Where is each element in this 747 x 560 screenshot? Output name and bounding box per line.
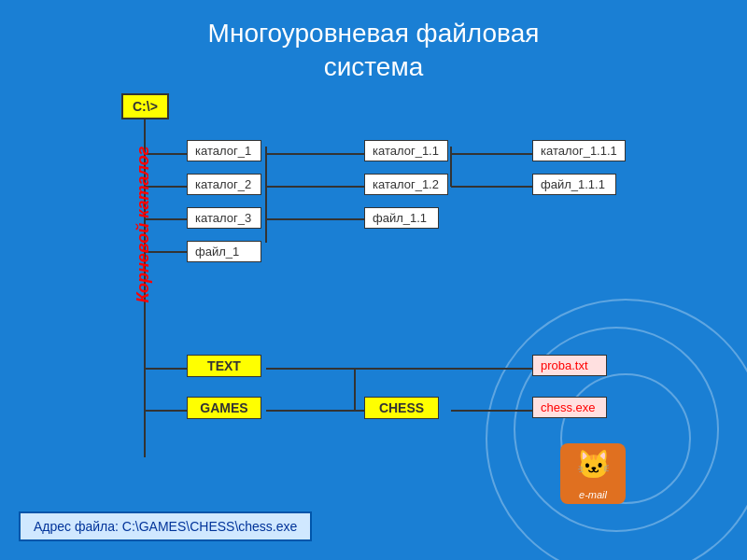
email-decoration: 🐱 e-mail bbox=[560, 443, 626, 504]
address-bar: Адрес файла: C:\GAMES\CHESS\chess.exe bbox=[19, 511, 312, 541]
node-katalog2: каталог_2 bbox=[187, 174, 261, 195]
node-games: GAMES bbox=[187, 397, 261, 419]
node-fail1: файл_1 bbox=[187, 241, 261, 262]
node-probatxt: proba.txt bbox=[532, 355, 607, 376]
root-catalog-label: Корневой каталог bbox=[134, 147, 153, 303]
node-chessexe: chess.exe bbox=[532, 397, 607, 418]
page-title: Многоуровневая файловая система bbox=[0, 0, 747, 85]
node-katalog11: каталог_1.1 bbox=[364, 140, 448, 161]
node-katalog12: каталог_1.2 bbox=[364, 174, 448, 195]
node-fail111: файл_1.1.1 bbox=[532, 174, 616, 195]
node-text: TEXT bbox=[187, 355, 261, 377]
node-katalog3: каталог_3 bbox=[187, 207, 261, 229]
email-label: e-mail bbox=[579, 489, 607, 500]
root-node: C:\> bbox=[121, 93, 169, 119]
node-fail11: файл_1.1 bbox=[364, 207, 439, 229]
node-katalog1: каталог_1 bbox=[187, 140, 261, 161]
node-katalog111: каталог_1.1.1 bbox=[532, 140, 626, 161]
node-chess: CHESS bbox=[364, 397, 439, 419]
